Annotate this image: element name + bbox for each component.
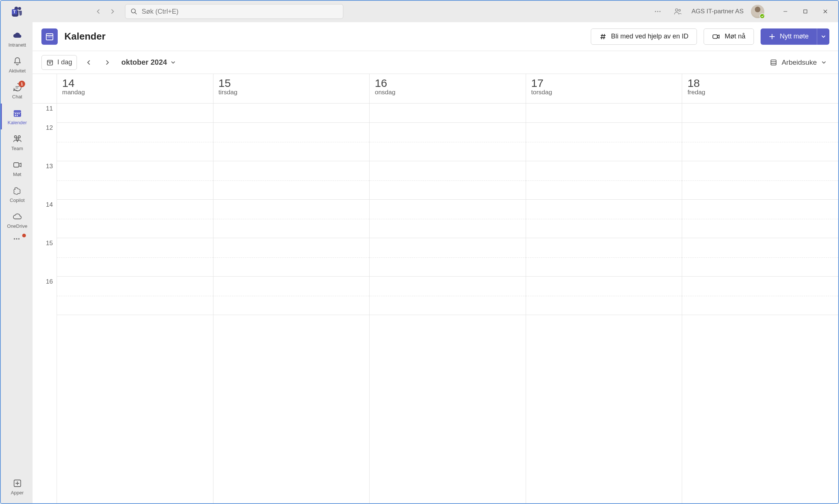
day-number: 16 [375, 77, 520, 89]
time-slot[interactable] [57, 200, 213, 238]
view-switcher[interactable]: Arbeidsuke [767, 56, 829, 69]
time-slot[interactable] [213, 200, 370, 238]
calendar-icon [12, 108, 23, 118]
sidebar-item-aktivitet[interactable]: Aktivitet [1, 52, 33, 78]
time-slot[interactable] [57, 123, 213, 161]
title-bar: T AGS IT-partner AS [1, 1, 838, 22]
meet-now-button[interactable]: Møt nå [704, 28, 754, 45]
people-icon [12, 134, 23, 144]
time-slot[interactable] [57, 104, 213, 123]
time-slot[interactable] [57, 161, 213, 200]
svg-point-24 [14, 136, 17, 138]
sidebar-item-chat[interactable]: 1 Chat [1, 78, 33, 104]
time-slot[interactable] [526, 200, 682, 238]
time-slot[interactable] [213, 161, 370, 200]
search-icon [131, 8, 137, 15]
svg-point-4 [131, 9, 135, 13]
day-name: mandag [62, 89, 208, 96]
time-slot[interactable] [526, 277, 682, 315]
back-button[interactable] [92, 5, 105, 18]
svg-rect-27 [14, 163, 19, 167]
maximize-button[interactable] [795, 4, 815, 19]
time-slot[interactable] [57, 238, 213, 277]
time-slot[interactable] [682, 200, 838, 238]
svg-line-41 [602, 34, 602, 39]
month-picker[interactable]: oktober 2024 [119, 57, 178, 68]
more-icon[interactable] [651, 5, 664, 18]
time-slot[interactable] [213, 277, 370, 315]
page-header: Kalender Bli med ved hjelp av en ID Møt … [33, 22, 838, 51]
sidebar-item-apper[interactable]: Apper [1, 474, 33, 500]
svg-point-7 [657, 11, 658, 12]
search-box[interactable] [125, 4, 343, 19]
svg-rect-21 [18, 113, 20, 114]
page-title: Kalender [64, 31, 105, 42]
sidebar-item-kalender[interactable]: Kalender [1, 104, 33, 129]
day-header[interactable]: 16onsdag [370, 74, 526, 104]
time-slot[interactable] [370, 104, 526, 123]
day-name: torsdag [531, 89, 677, 96]
time-slot[interactable] [57, 277, 213, 315]
day-number: 17 [531, 77, 677, 89]
today-button[interactable]: I dag [41, 55, 77, 70]
time-slot[interactable] [370, 123, 526, 161]
svg-point-10 [679, 10, 681, 11]
day-header[interactable]: 14mandag [57, 74, 213, 104]
time-slot[interactable] [213, 104, 370, 123]
hash-icon [599, 33, 607, 40]
time-slot[interactable] [526, 238, 682, 277]
time-label: 14 [33, 200, 57, 238]
chevron-down-icon [821, 60, 826, 65]
join-by-id-button[interactable]: Bli med ved hjelp av en ID [591, 28, 697, 45]
time-slot[interactable] [370, 238, 526, 277]
forward-button[interactable] [106, 5, 119, 18]
svg-point-6 [655, 11, 656, 12]
time-slot[interactable] [682, 238, 838, 277]
svg-point-9 [675, 9, 678, 11]
time-slot[interactable] [682, 161, 838, 200]
time-slot[interactable] [370, 200, 526, 238]
sidebar-item-copilot[interactable]: Copilot [1, 181, 33, 207]
minimize-button[interactable] [775, 4, 795, 19]
day-column: 14mandag [57, 74, 213, 503]
avatar[interactable] [751, 5, 764, 18]
day-header[interactable]: 18fredag [682, 74, 838, 104]
day-column: 16onsdag [370, 74, 526, 503]
svg-rect-23 [17, 115, 18, 116]
time-slot[interactable] [370, 277, 526, 315]
people-icon[interactable] [671, 5, 684, 18]
time-slot[interactable] [213, 123, 370, 161]
cloud-filled-icon [12, 30, 23, 41]
search-input[interactable] [142, 8, 338, 16]
time-slot[interactable] [526, 104, 682, 123]
time-slot[interactable] [526, 161, 682, 200]
day-header[interactable]: 15tirsdag [213, 74, 370, 104]
svg-line-5 [135, 13, 137, 14]
new-meeting-button[interactable]: Nytt møte [761, 28, 817, 45]
new-meeting-group: Nytt møte [761, 28, 829, 45]
sidebar-more[interactable] [1, 233, 33, 245]
next-period-button[interactable] [101, 56, 114, 69]
time-slot[interactable] [526, 123, 682, 161]
day-number: 14 [62, 77, 208, 89]
time-slot[interactable] [682, 104, 838, 123]
time-slot[interactable] [682, 123, 838, 161]
sidebar-item-team[interactable]: Team [1, 129, 33, 155]
close-button[interactable] [815, 4, 835, 19]
history-nav [92, 5, 119, 18]
time-slot[interactable] [682, 277, 838, 315]
new-meeting-dropdown[interactable] [817, 28, 829, 45]
svg-point-30 [18, 238, 20, 240]
svg-text:T: T [13, 10, 16, 14]
window-controls [775, 4, 835, 19]
apps-icon [12, 478, 23, 488]
time-slot[interactable] [213, 238, 370, 277]
day-header[interactable]: 17torsdag [526, 74, 682, 104]
svg-rect-18 [14, 112, 21, 113]
sidebar-item-mot[interactable]: Møt [1, 155, 33, 181]
svg-rect-48 [771, 60, 776, 65]
time-slot[interactable] [370, 161, 526, 200]
prev-period-button[interactable] [82, 56, 95, 69]
sidebar-item-onedrive[interactable]: OneDrive [1, 207, 33, 233]
sidebar-item-intranett[interactable]: Intranett [1, 26, 33, 52]
